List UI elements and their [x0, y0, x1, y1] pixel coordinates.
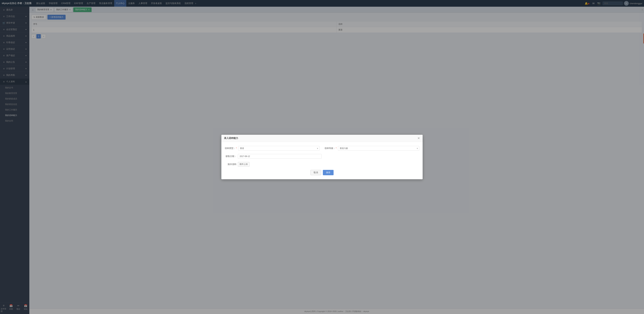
date-label: 获取日期：: [225, 155, 236, 158]
lang-type-select[interactable]: 英语 日语 法语 德语 西班牙语: [238, 146, 320, 151]
lang-level-select[interactable]: 英语四级 英语六级 英语八级 雅思 托福: [338, 146, 419, 151]
upload-button[interactable]: 附件上传: [238, 162, 250, 166]
cancel-button[interactable]: 取消: [310, 170, 321, 175]
form-field-date: 获取日期：: [225, 154, 419, 159]
modal-overlay: 录入语种能力 ✕ 语种类型： 英语 日语 法语 德语 西班牙语: [0, 0, 644, 314]
modal-close-button[interactable]: ✕: [418, 137, 420, 140]
lang-level-label: 语种等级：: [324, 147, 336, 150]
form-row-1: 语种类型： 英语 日语 法语 德语 西班牙语 语种等级：: [225, 146, 419, 151]
form-row-2: 获取日期：: [225, 154, 419, 159]
modal-title: 录入语种能力: [224, 137, 238, 140]
form-field-attachment: 附件资料 附件上传: [225, 162, 419, 166]
modal: 录入语种能力 ✕ 语种类型： 英语 日语 法语 德语 西班牙语: [221, 135, 422, 179]
modal-body: 语种类型： 英语 日语 法语 德语 西班牙语 语种等级：: [221, 142, 422, 179]
lang-type-select-wrapper: 英语 日语 法语 德语 西班牙语: [238, 146, 320, 151]
form-row-3: 附件资料 附件上传: [225, 162, 419, 166]
modal-header: 录入语种能力 ✕: [221, 135, 422, 142]
form-field-lang-level: 语种等级： 英语四级 英语六级 英语八级 雅思 托福: [324, 146, 419, 151]
lang-type-label: 语种类型：: [225, 147, 237, 150]
form-field-lang-type: 语种类型： 英语 日语 法语 德语 西班牙语: [225, 146, 320, 151]
lang-level-select-wrapper: 英语四级 英语六级 英语八级 雅思 托福: [338, 146, 419, 151]
date-input[interactable]: [238, 154, 322, 159]
attachment-label: 附件资料: [225, 163, 236, 166]
save-button[interactable]: 保存: [323, 170, 334, 175]
form-actions: 取消 保存: [225, 170, 419, 175]
